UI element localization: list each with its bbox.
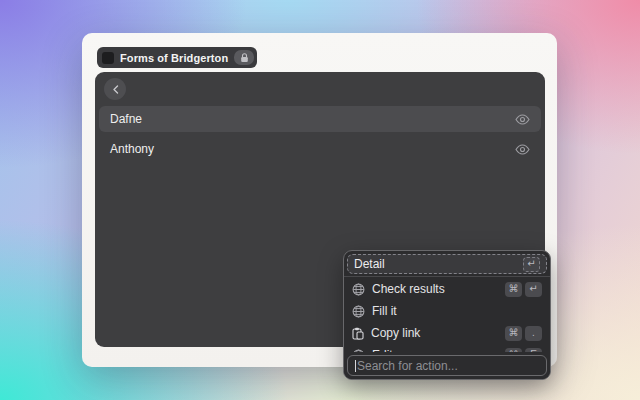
action-palette: Detail ↵ Check results ⌘ ↵ Fil: [343, 250, 551, 380]
globe-icon: [352, 305, 365, 318]
text-caret: [355, 360, 356, 372]
palette-item-fill-it[interactable]: Fill it: [347, 300, 547, 322]
eye-icon[interactable]: [515, 114, 530, 125]
palette-item-label: Copy link: [371, 326, 420, 340]
palette-item-label: Fill it: [372, 304, 397, 318]
eye-icon[interactable]: [515, 144, 530, 155]
list-item-dafne[interactable]: Dafne: [99, 106, 541, 132]
return-key-icon: ↵: [525, 282, 542, 297]
search-box[interactable]: [347, 355, 547, 376]
list-item-anthony[interactable]: Anthony: [99, 136, 541, 162]
window-title-pill[interactable]: Forms of Bridgerton: [97, 47, 257, 68]
clipboard-icon: [352, 327, 364, 340]
palette-divider: [344, 276, 550, 277]
list-item-label: Dafne: [110, 112, 142, 126]
return-key-icon: ↵: [523, 257, 540, 272]
cmd-key-icon: ⌘: [505, 282, 522, 297]
window-title: Forms of Bridgerton: [120, 52, 228, 64]
palette-search-area: [344, 352, 550, 379]
palette-header-label: Detail: [354, 257, 385, 271]
form-list: Dafne Anthony: [99, 106, 541, 162]
palette-item-check-results[interactable]: Check results ⌘ ↵: [347, 278, 547, 300]
search-input[interactable]: [357, 359, 539, 373]
app-window: Forms of Bridgerton Dafne Anthony: [82, 33, 557, 367]
period-key: .: [525, 326, 542, 341]
cmd-key-icon: ⌘: [505, 326, 522, 341]
app-icon: [102, 52, 114, 64]
palette-item-copy-link[interactable]: Copy link ⌘ .: [347, 322, 547, 344]
palette-header-detail[interactable]: Detail ↵: [347, 254, 547, 274]
palette-item-label: Check results: [372, 282, 445, 296]
list-item-label: Anthony: [110, 142, 154, 156]
lock-icon: [234, 50, 254, 65]
globe-icon: [352, 283, 365, 296]
back-button[interactable]: [104, 78, 126, 100]
main-panel: Dafne Anthony Detail ↵: [95, 72, 545, 347]
